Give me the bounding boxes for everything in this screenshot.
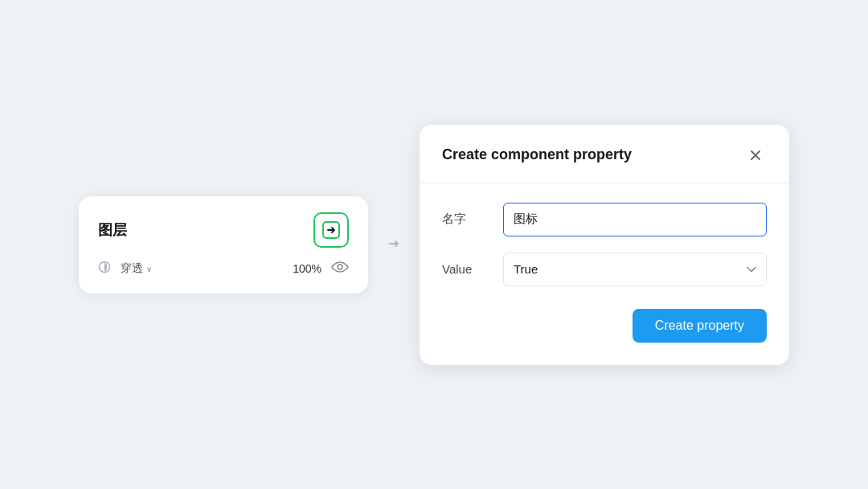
- opacity-value: 100%: [293, 262, 321, 275]
- close-button[interactable]: [744, 144, 767, 166]
- blend-mode-selector[interactable]: 穿透 ∨: [121, 261, 152, 276]
- arrow-separator: [387, 236, 400, 254]
- blend-mode-value: 穿透: [121, 261, 143, 276]
- main-container: 图层 穿透 ∨ 100%: [0, 0, 868, 489]
- dialog-body: 名字 Value True: [420, 203, 789, 365]
- close-icon: [747, 147, 764, 163]
- layer-card-header: 图层: [98, 212, 349, 248]
- create-property-button[interactable]: Create property: [633, 309, 767, 343]
- dialog-title: Create component property: [442, 146, 632, 163]
- svg-point-2: [338, 265, 342, 269]
- value-select-display: True: [514, 262, 538, 276]
- value-field-row: Value True: [442, 253, 767, 286]
- value-label: Value: [442, 262, 490, 276]
- select-chevron-icon: [747, 264, 756, 275]
- name-field-row: 名字: [442, 203, 767, 236]
- value-select[interactable]: True: [503, 253, 767, 286]
- component-expose-button[interactable]: [313, 212, 349, 248]
- opacity-icon: [98, 261, 111, 277]
- layer-card-body: 穿透 ∨ 100%: [98, 261, 349, 277]
- arrow-right-icon: [321, 220, 341, 240]
- layer-card: 图层 穿透 ∨ 100%: [79, 196, 368, 294]
- dialog-panel: Create component property 名字 Value: [420, 125, 789, 365]
- name-input[interactable]: [503, 203, 767, 236]
- visibility-toggle[interactable]: [331, 261, 349, 277]
- dialog-divider: [420, 183, 789, 183]
- dialog-footer: Create property: [442, 302, 767, 343]
- blend-mode-chevron-icon: ∨: [146, 265, 152, 273]
- name-label: 名字: [442, 212, 490, 227]
- dialog-header: Create component property: [420, 125, 789, 183]
- layer-title: 图层: [98, 220, 127, 240]
